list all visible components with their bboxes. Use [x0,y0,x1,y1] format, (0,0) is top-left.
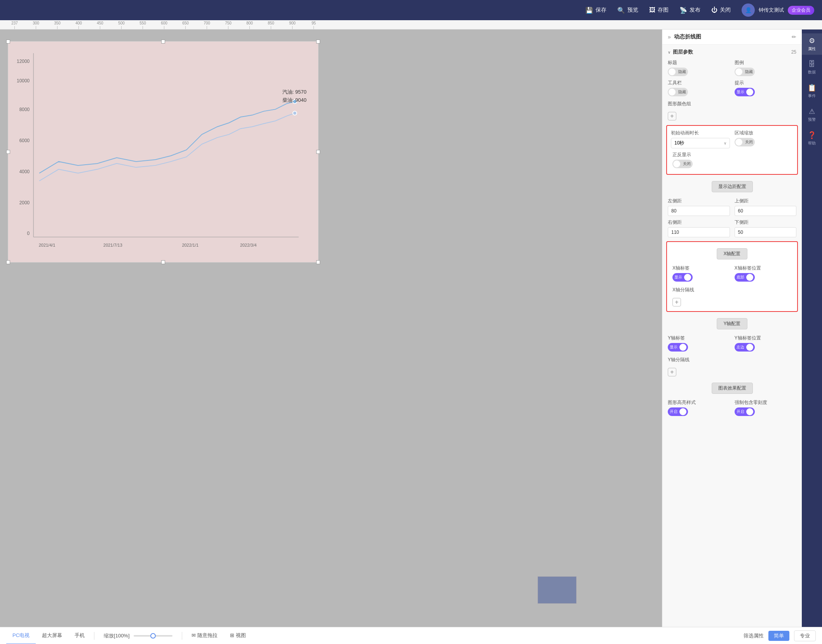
preview-button[interactable]: 🔍 预览 [617,7,638,14]
y-label-row: Y轴标签 显示 Y轴标签位置 左边 [662,333,802,354]
section-params-label: 图层参数 [673,49,693,56]
legend-toggle[interactable]: 隐藏 [735,68,755,76]
x-label-pos-col: X轴标签位置 底部 [735,265,792,283]
forward-label: 正反显示 [672,151,693,158]
handle-top-left[interactable] [6,40,10,44]
minimap [538,576,576,604]
yaxis-config-button[interactable]: Y轴配置 [717,318,747,329]
top-margin-col: 上侧距 [735,198,797,216]
top-margin-input[interactable] [735,206,797,216]
hint-toggle[interactable]: 显示 [735,88,755,96]
margin-config-button[interactable]: 显示边距配置 [712,181,753,192]
zoom-toggle[interactable]: 关闭 [735,138,755,146]
right-margin-input[interactable] [668,227,730,237]
effect-config-button[interactable]: 图表效果配置 [712,383,753,394]
ruler-mark: 800 [239,21,260,29]
handle-bot-mid[interactable] [161,260,165,264]
xaxis-config-button[interactable]: X轴配置 [717,248,747,259]
yaxis-config-button-row: Y轴配置 [662,314,802,333]
sidebar-item-help[interactable]: ❓ 帮助 [802,128,822,149]
zero-col: 强制包含零刻度 开启 [735,399,797,417]
store-button[interactable]: 🖼 存图 [649,7,669,14]
title-toggle[interactable]: 隐藏 [668,68,688,76]
user-area: 👤 钟传文测试 企业会员 [742,3,814,17]
svg-text:4000: 4000 [19,169,30,174]
handle-mid-left[interactable] [6,150,10,154]
y-label-pos-toggle[interactable]: 左边 [735,343,755,352]
ruler-mark: 450 [89,21,111,29]
svg-text:6000: 6000 [19,138,30,143]
panel-title: 动态折线图 [674,33,789,40]
chevron-down-icon: ∨ [668,50,670,54]
forward-row: 正反显示 关闭 [667,149,797,172]
device-tab-pc[interactable]: PC电视 [6,627,36,644]
highlight-toggle[interactable]: 开启 [668,407,688,416]
events-icon: 📋 [808,84,816,92]
ruler-mark: 600 [153,21,175,29]
sidebar-item-alerts[interactable]: ⚠ 预警 [802,104,822,125]
device-tab-mobile[interactable]: 手机 [68,627,91,644]
hint-label: 提示 [735,80,797,86]
separator2 [182,632,182,640]
publish-button[interactable]: 📡 发布 [679,7,700,14]
ruler-mark: 400 [68,21,89,29]
sidebar-item-properties[interactable]: ⚙ 属性 [802,33,822,55]
handle-bot-left[interactable] [6,260,10,264]
canvas-area[interactable]: 12000 10000 8000 6000 4000 2000 0 2021/4… [0,30,662,627]
vip-badge: 企业会员 [788,6,814,15]
toolbar-hint-row: 工具栏 隐藏 提示 显示 [662,78,802,98]
drag-toggle[interactable]: ✉ 随意拖拉 [185,627,224,644]
bottom-margin-input[interactable] [735,227,797,237]
sidebar-item-events[interactable]: 📋 事件 [802,80,822,102]
handle-bot-right[interactable] [316,260,320,264]
xaxis-section: X轴配置 X轴标签 显示 X轴标签位置 底部 [666,241,798,312]
legend-label: 图例 [735,59,797,66]
x-split-add-button[interactable]: + [672,298,681,306]
left-margin-input[interactable] [668,206,730,216]
svg-text:2021/4/1: 2021/4/1 [39,243,56,247]
save-button[interactable]: 💾 保存 [585,7,606,14]
store-icon: 🖼 [649,7,655,14]
svg-text:0: 0 [27,231,30,236]
chart-container[interactable]: 12000 10000 8000 6000 4000 2000 0 2021/4… [8,41,319,263]
properties-icon: ⚙ [809,37,815,45]
animation-zoom-row: 初始动画时长 10秒 ∨ 区域缩放 关闭 [667,128,797,149]
handle-top-mid[interactable] [161,40,165,44]
ruler-mark: 350 [47,21,68,29]
pro-button[interactable]: 专业 [794,630,816,641]
left-margin-label: 左侧距 [668,198,730,204]
y-split-add-button[interactable]: + [668,368,676,376]
highlight-zero-row: 图形高亮样式 开启 强制包含零刻度 开启 [662,398,802,419]
separator [94,632,94,640]
right-panel: » 动态折线图 ✏ ∨ 图层参数 25 标题 隐藏 图例 隐藏 [662,30,802,627]
svg-text:8000: 8000 [19,107,30,112]
save-icon: 💾 [585,7,593,14]
title-label: 标题 [668,59,730,66]
x-label-toggle[interactable]: 显示 [672,273,693,282]
avatar: 👤 [742,3,755,17]
zoom-slider[interactable] [134,635,172,637]
section-params-header[interactable]: ∨ 图层参数 25 [662,45,802,58]
simple-button[interactable]: 简单 [768,631,789,641]
svg-point-14 [293,111,297,115]
ruler-mark: 300 [25,21,47,29]
handle-top-right[interactable] [316,40,320,44]
ruler-mark: 550 [132,21,153,29]
y-label-toggle[interactable]: 显示 [668,343,688,352]
sidebar-item-data[interactable]: 🗄 数据 [802,57,822,78]
device-tab-xl[interactable]: 超大屏幕 [36,627,68,644]
zero-toggle[interactable]: 开启 [735,407,755,416]
toolbar-toggle[interactable]: 隐藏 [668,88,688,96]
forward-toggle[interactable]: 关闭 [672,160,693,168]
bottom-right: 筛选属性 简单 专业 [744,630,816,641]
add-color-button[interactable]: + [668,112,676,120]
view-toggle[interactable]: ⊞ 视图 [224,627,252,644]
close-button[interactable]: ⏻ 关闭 [711,7,731,14]
animation-select[interactable]: 10秒 ∨ [671,138,730,148]
x-split-row: X轴分隔线 [667,284,797,296]
panel-edit-icon[interactable]: ✏ [792,34,796,40]
top-toolbar: 💾 保存 🔍 预览 🖼 存图 📡 发布 ⏻ 关闭 👤 钟传文测试 企业会员 [0,0,822,20]
x-label-pos-toggle[interactable]: 底部 [735,273,755,282]
envelope-icon: ✉ [192,632,196,638]
handle-mid-right[interactable] [316,150,320,154]
